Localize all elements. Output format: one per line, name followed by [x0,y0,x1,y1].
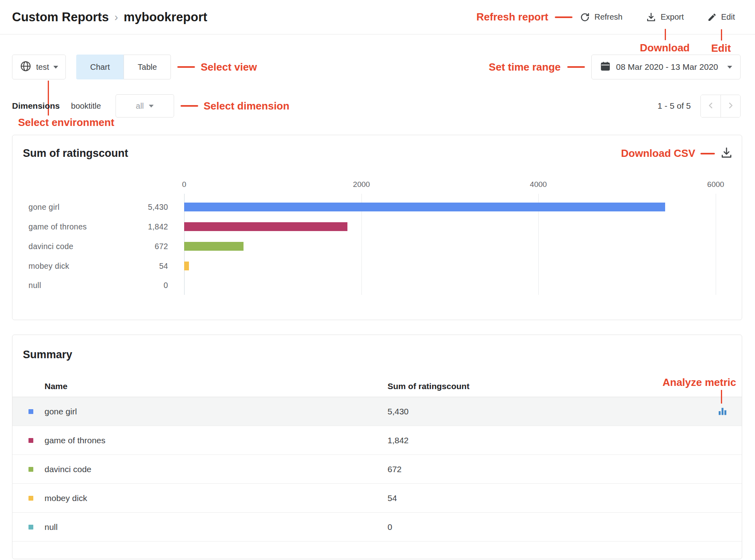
legend-swatch [28,409,33,414]
chart-category-label: null [28,280,41,291]
x-axis-tick: 4000 [530,180,547,189]
row-value: 5,430 [388,397,409,426]
edit-label: Edit [721,12,735,22]
table-row[interactable]: davinci code 672 [12,455,742,484]
chart-bar [184,222,347,231]
chevron-left-icon [706,101,715,111]
legend-swatch [28,496,33,501]
chart-bar [184,203,665,211]
chart-value-label: 54 [105,260,168,272]
breadcrumb-separator-icon: › [114,10,118,24]
pagination-next-button[interactable] [720,95,740,117]
chart-bar-track [184,281,716,290]
chart-row: davinci code 672 [12,241,742,252]
annotation-connector [177,66,195,68]
globe-icon [20,60,32,74]
pagination: 1 - 5 of 5 [658,95,741,118]
annotation-connector [665,29,666,40]
row-value: 1,842 [388,426,409,455]
row-name: gone girl [45,397,77,426]
chevron-down-icon [149,105,154,110]
analyze-metric-button[interactable] [717,406,728,418]
pencil-icon [707,12,717,22]
chart-row: game of thrones 1,842 [12,221,742,232]
dimension-filter-value: all [136,101,144,111]
time-range-group: Set time range 08 Mar 2020 - 13 Mar 2020 [489,55,741,79]
date-range-value: 08 Mar 2020 - 13 Mar 2020 [616,62,718,72]
annotation-connector [567,66,585,68]
dimensions-label: Dimensions [12,101,60,111]
annotation-select-view: Select view [201,61,257,73]
header: Custom Reports › mybookreport Refresh re… [0,0,755,34]
dimensions-row: Dimensions booktitle all Select dimensio… [12,94,741,118]
chart-value-label: 672 [105,241,168,252]
table-row[interactable]: Analyze metric gone girl 5,430 [12,397,742,426]
table-row[interactable]: mobey dick 54 [12,484,742,513]
chart-value-label: 1,842 [105,221,168,232]
legend-swatch [28,525,33,530]
edit-button[interactable]: Edit Edit [707,12,735,22]
refresh-label: Refresh [595,12,623,22]
environment-value: test [36,63,49,72]
summary-table-header: Name Sum of ratingscount [12,375,742,397]
chart-category-label: davinci code [28,241,73,252]
table-row[interactable]: null 0 [12,513,742,542]
annotation-set-time-range: Set time range [489,61,560,73]
pagination-label: 1 - 5 of 5 [658,101,691,111]
annotation-connector [721,29,722,41]
annotation-download: Download [640,42,690,54]
row-name: game of thrones [45,426,106,455]
column-header-value: Sum of ratingscount [388,375,469,397]
pagination-controls [700,95,741,118]
x-axis-tick: 0 [182,180,187,189]
tab-table[interactable]: Table [124,55,171,79]
toolbar: test Select environment Chart Table Sele… [12,55,741,79]
chart-bar-track [184,262,716,270]
chart-bar-track [184,203,716,211]
row-name: mobey dick [45,484,87,513]
export-button[interactable]: Export Download [646,12,684,22]
refresh-button[interactable]: Refresh [580,12,623,22]
breadcrumb: Custom Reports › mybookreport [12,10,207,24]
bar-chart-icon [717,412,728,418]
table-row[interactable]: game of thrones 1,842 [12,426,742,455]
annotation-connector [181,105,198,107]
chart-category-label: game of thrones [28,221,87,232]
chart-bar-track [184,242,716,251]
summary-table: Analyze metric gone girl 5,430 [12,397,742,542]
view-toggle: Chart Table [76,55,171,79]
chevron-right-icon [726,101,735,111]
chart-row: gone girl 5,430 [12,201,742,213]
date-range-picker[interactable]: 08 Mar 2020 - 13 Mar 2020 [591,55,741,79]
annotation-analyze-metric: Analyze metric [662,376,736,389]
tab-chart[interactable]: Chart [76,55,124,79]
annotation-connector [555,16,572,18]
dimension-filter-select[interactable]: all [116,94,174,118]
chart-bar [184,242,244,251]
chart-row: mobey dick 54 [12,260,742,272]
row-value: 0 [388,513,392,542]
row-value: 672 [388,455,402,484]
column-header-name: Name [45,375,67,397]
chevron-down-icon [53,66,58,71]
annotation-select-environment: Select environment [18,116,114,129]
export-label: Export [661,12,684,22]
row-name: null [45,513,58,542]
download-icon [646,12,656,22]
chart-value-label: 5,430 [105,201,168,213]
chart-category-label: mobey dick [28,260,69,272]
annotation-edit: Edit [711,42,731,55]
chart-bar [184,262,189,270]
calendar-icon [600,61,611,74]
pagination-prev-button[interactable] [701,95,720,117]
annotation-refresh-report: Refresh report [477,11,548,23]
dimension-name: booktitle [71,101,101,111]
breadcrumb-root[interactable]: Custom Reports [12,10,109,24]
environment-select[interactable]: test Select environment [12,55,66,79]
chart-category-label: gone girl [28,201,60,213]
chart-value-label: 0 [105,280,168,291]
legend-swatch [28,438,33,443]
bar-chart: 0 2000 4000 6000 gone girl 5,430 game of… [12,135,742,320]
row-name: davinci code [45,455,91,484]
summary-title: Summary [23,349,72,361]
